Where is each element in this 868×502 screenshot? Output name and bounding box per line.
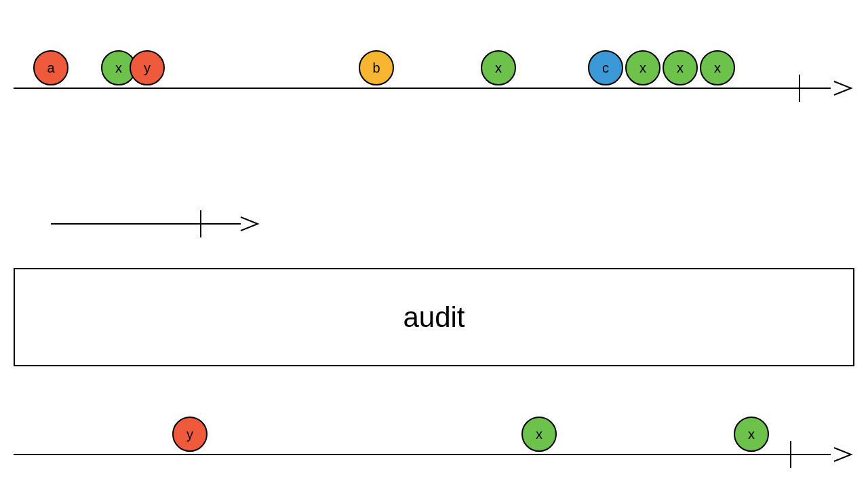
marble-x: x [521,417,557,452]
arrow-icon [831,75,858,102]
marble-a: a [33,50,68,85]
timeline-line [14,454,831,455]
arrow-icon [831,441,858,468]
marble-c: c [588,50,623,85]
marble-x: x [481,50,516,85]
marble-label: x [495,60,502,76]
marble-x: x [663,50,698,85]
arrow-icon [237,210,264,237]
marble-label: a [47,60,54,76]
marble-y: y [130,50,165,85]
marble-label: c [602,60,609,76]
marble-x: x [700,50,735,85]
timeline-line [14,88,831,89]
marble-label: y [186,427,193,442]
result-timeline [14,434,854,475]
marble-x: x [734,417,769,452]
complete-tick [790,441,791,468]
marble-label: x [639,60,646,76]
marble-label: b [372,60,380,76]
marble-y: y [172,417,208,452]
marble-label: x [748,427,755,442]
timeline-line [51,223,241,225]
duration-timeline [0,204,271,244]
marble-b: b [359,50,394,85]
marble-x: x [625,50,660,85]
marble-label: x [115,60,122,76]
marble-label: x [714,60,721,76]
operator-label: audit [403,301,465,334]
operator-box: audit [14,268,854,366]
complete-tick [799,75,800,102]
marble-label: x [677,60,684,76]
marble-label: y [144,60,151,76]
marble-label: x [536,427,542,442]
complete-tick [200,210,201,237]
